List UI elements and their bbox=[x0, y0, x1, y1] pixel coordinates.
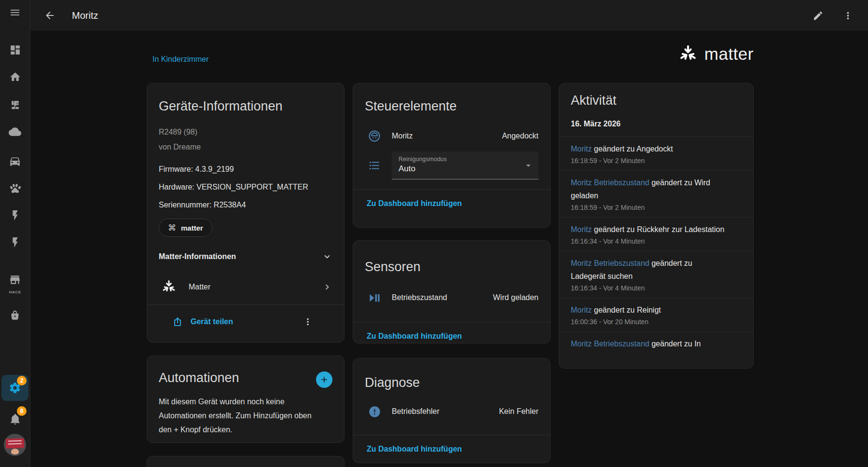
dashboard-icon bbox=[9, 44, 21, 56]
sidebar-item-energy[interactable] bbox=[0, 204, 30, 227]
notifications-badge: 8 bbox=[17, 406, 27, 416]
entity-row-operating-state[interactable]: Betriebszustand Wird geladen bbox=[365, 286, 538, 309]
matter-integration-row[interactable]: Matter bbox=[159, 274, 332, 301]
user-avatar[interactable] bbox=[4, 434, 26, 456]
entity-name: Betriebsfehler bbox=[392, 407, 440, 416]
store-icon bbox=[9, 274, 21, 286]
controls-card: Steuerelemente Moritz Angedockt bbox=[353, 83, 551, 228]
sidebar-item-power[interactable] bbox=[0, 231, 30, 254]
bag-icon bbox=[9, 309, 21, 322]
settings-badge: 2 bbox=[17, 376, 27, 385]
logbook-entry[interactable]: Moritz Betriebszustand geändert zu In bbox=[559, 331, 753, 357]
arrow-left-icon bbox=[44, 10, 55, 21]
logbook-time: 16:16:34 - Vor 4 Minuten bbox=[571, 284, 742, 292]
sidebar: HACS 2 8 bbox=[0, 0, 30, 467]
entity-link[interactable]: Moritz bbox=[571, 225, 592, 234]
kebab-icon bbox=[303, 316, 313, 327]
sidebar-item-pets[interactable] bbox=[0, 177, 30, 200]
dropdown-caret-icon bbox=[523, 160, 534, 171]
entity-link[interactable]: Moritz bbox=[571, 306, 592, 314]
add-automation-button[interactable] bbox=[316, 371, 332, 388]
automations-empty-text: Mit diesem Gerät wurden noch keine Autom… bbox=[159, 395, 320, 437]
page-title: Moritz bbox=[72, 10, 98, 21]
entity-link[interactable]: Moritz Betriebszustand bbox=[571, 340, 649, 348]
select-label: Reinigungsmodus bbox=[399, 156, 532, 163]
entity-link[interactable]: Moritz Betriebszustand bbox=[571, 179, 649, 187]
device-serial: Seriennummer: R2538A4 bbox=[159, 200, 332, 210]
list-icon bbox=[368, 159, 381, 172]
hamburger-icon bbox=[9, 7, 21, 18]
sidebar-item-car[interactable] bbox=[0, 150, 30, 173]
logbook-entry[interactable]: Moritz Betriebszustand geändert zu Wird … bbox=[559, 170, 753, 217]
logbook-entry[interactable]: Moritz geändert zu Reinigt 16:00:36 - Vo… bbox=[559, 298, 753, 331]
entity-link[interactable]: Moritz bbox=[571, 145, 592, 153]
pencil-icon bbox=[813, 10, 824, 21]
sidebar-item-floorplan[interactable] bbox=[0, 93, 30, 116]
activity-card: Aktivität 16. März 2026 Moritz geändert … bbox=[559, 83, 754, 369]
sidebar-item-cloud[interactable] bbox=[0, 120, 30, 143]
entity-link[interactable]: Moritz Betriebszustand bbox=[571, 259, 649, 267]
matter-logo-icon bbox=[677, 43, 699, 65]
cloud-icon bbox=[9, 125, 21, 138]
plus-icon bbox=[319, 375, 329, 385]
overflow-menu-button[interactable] bbox=[836, 4, 859, 27]
logbook-entry[interactable]: Moritz geändert zu Rückkehr zur Ladestat… bbox=[559, 217, 753, 251]
sidebar-item-shopping[interactable] bbox=[0, 304, 30, 327]
card-title: Geräte-Informationen bbox=[159, 99, 332, 114]
home-icon bbox=[9, 71, 21, 83]
next-card-partial bbox=[147, 456, 344, 467]
robot-vacuum-icon bbox=[368, 129, 381, 143]
top-app-bar: Moritz bbox=[30, 0, 868, 31]
device-firmware: Firmware: 4.3.9_2199 bbox=[159, 164, 332, 175]
share-icon bbox=[172, 316, 183, 327]
share-device-button[interactable]: Gerät teilen bbox=[172, 316, 233, 327]
hacs-label: HACS bbox=[0, 290, 30, 294]
matter-chip[interactable]: ⌘ matter bbox=[159, 219, 212, 237]
cleaning-mode-select[interactable]: Reinigungsmodus Auto bbox=[392, 151, 538, 179]
device-model: R2489 (98) bbox=[159, 127, 332, 137]
matter-info-expander[interactable]: Matter-Informationen bbox=[159, 251, 332, 262]
card-title: Diagnose bbox=[365, 375, 538, 390]
kebab-icon bbox=[842, 10, 854, 21]
alert-circle-icon bbox=[368, 405, 381, 418]
add-to-dashboard-link[interactable]: Zu Dashboard hinzufügen bbox=[367, 199, 462, 208]
device-menu-button[interactable] bbox=[303, 316, 313, 327]
matter-logo-icon bbox=[161, 279, 177, 295]
add-to-dashboard-link[interactable]: Zu Dashboard hinzufügen bbox=[367, 445, 462, 453]
logbook-time: 16:18:59 - Vor 2 Minuten bbox=[571, 157, 742, 165]
breadcrumb-area-link[interactable]: In Kinderzimmer bbox=[152, 55, 208, 64]
logbook-list: Moritz geändert zu Angedockt 16:18:59 - … bbox=[559, 137, 753, 357]
back-button[interactable] bbox=[38, 4, 61, 27]
card-title: Sensoren bbox=[365, 260, 538, 275]
logbook-entry[interactable]: Moritz geändert zu Angedockt 16:18:59 - … bbox=[559, 137, 753, 170]
card-title: Steuerelemente bbox=[365, 99, 538, 114]
entity-row-vacuum[interactable]: Moritz Angedockt bbox=[365, 124, 538, 148]
entity-row-error[interactable]: Betriebsfehler Kein Fehler bbox=[365, 400, 538, 423]
entity-state: Wird geladen bbox=[493, 293, 538, 302]
sidebar-item-dashboard[interactable] bbox=[0, 38, 30, 61]
avatar-photo bbox=[6, 438, 25, 448]
command-icon: ⌘ bbox=[168, 223, 176, 233]
logbook-entry[interactable]: Moritz Betriebszustand geändert zu Ladeg… bbox=[559, 251, 753, 298]
floor-plan-icon bbox=[9, 98, 21, 110]
logbook-time: 16:18:59 - Vor 2 Minuten bbox=[571, 204, 742, 211]
device-hardware: Hardware: VERSION_SUPPORT_MATTER bbox=[159, 182, 332, 192]
device-info-card: Geräte-Informationen R2489 (98) von Drea… bbox=[147, 83, 344, 343]
add-to-dashboard-link[interactable]: Zu Dashboard hinzufügen bbox=[367, 332, 462, 341]
sidebar-item-home[interactable] bbox=[0, 65, 30, 88]
play-pause-icon bbox=[368, 291, 381, 304]
edit-device-button[interactable] bbox=[806, 4, 829, 27]
flash-icon bbox=[9, 236, 21, 248]
paw-icon bbox=[9, 182, 21, 194]
diagnostics-card: Diagnose Betriebsfehler Kein Fehler Zu D… bbox=[353, 358, 551, 463]
card-title: Automationen bbox=[159, 371, 239, 385]
brand-wordmark: matter bbox=[704, 44, 754, 64]
car-icon bbox=[9, 155, 21, 167]
sensors-card: Sensoren Betriebszustand Wird geladen Zu… bbox=[353, 240, 551, 343]
sidebar-item-hacs[interactable] bbox=[0, 268, 30, 291]
menu-button[interactable] bbox=[0, 1, 30, 24]
entity-name: Moritz bbox=[392, 132, 413, 140]
device-manufacturer: von Dreame bbox=[159, 142, 332, 152]
logbook-time: 16:16:34 - Vor 4 Minuten bbox=[571, 237, 742, 245]
card-title: Aktivität bbox=[559, 93, 753, 108]
